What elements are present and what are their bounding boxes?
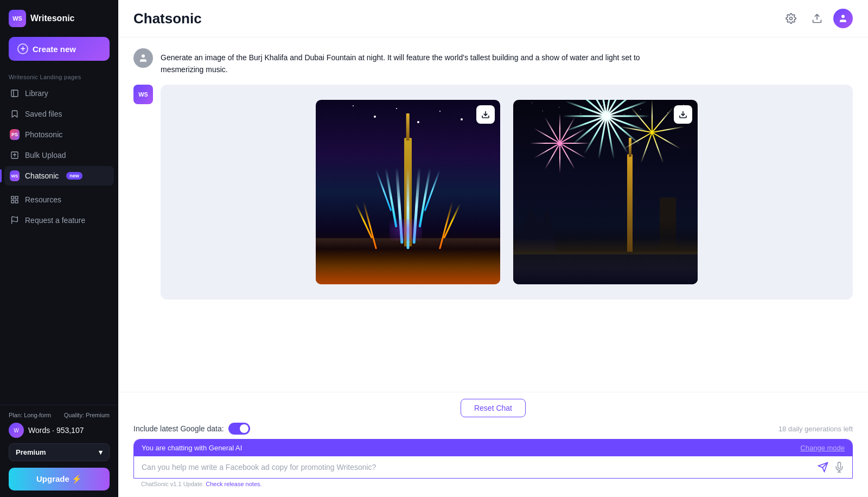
main-header: Chatsonic <box>118 0 868 37</box>
photosonic-label: Photosonic <box>25 130 62 139</box>
user-avatar-icon <box>133 48 153 68</box>
sidebar: WS Writesonic ＋ Create new Writesonic La… <box>0 0 118 497</box>
export-button[interactable] <box>807 9 827 28</box>
mic-button[interactable] <box>834 462 845 473</box>
avatar[interactable] <box>833 9 853 28</box>
reset-chat-button[interactable]: Reset Chat <box>461 399 526 417</box>
svg-point-11 <box>142 54 145 58</box>
user-avatar-icon <box>838 14 848 23</box>
chatsonic-label: Chatsonic <box>25 171 59 180</box>
settings-button[interactable] <box>781 9 801 28</box>
download-icon <box>481 110 490 119</box>
main-content: Chatsonic <box>118 0 868 497</box>
quality-label: Quality: Premium <box>64 412 110 418</box>
release-notes-link[interactable]: Check release notes. <box>206 481 261 487</box>
gear-icon <box>786 13 796 24</box>
plus-circle-icon: ＋ <box>17 43 28 54</box>
app-brand-name: Writesonic <box>30 14 75 23</box>
words-count: Words · 953,107 <box>28 426 84 435</box>
upgrade-label: Upgrade ⚡ <box>36 474 82 484</box>
resources-label: Resources <box>25 195 61 204</box>
mic-icon <box>834 462 845 473</box>
bottom-bar: Reset Chat Include latest Google data: 1… <box>118 392 868 497</box>
sidebar-item-request-feature[interactable]: Request a feature <box>4 211 114 230</box>
sidebar-section-label: Writesonic Landing pages <box>0 69 118 84</box>
user-message-row: Generate an image of the Burj Khalifa an… <box>133 48 853 76</box>
upload-icon <box>10 150 20 160</box>
grid-icon <box>10 195 20 205</box>
request-feature-label: Request a feature <box>25 216 85 225</box>
svg-rect-0 <box>11 90 18 97</box>
send-button[interactable] <box>818 462 828 473</box>
words-icon: W <box>9 423 24 438</box>
book-icon <box>10 88 20 98</box>
sidebar-nav: Library Saved files PS Photosonic Bulk U… <box>0 84 118 186</box>
plan-info: Plan: Long-form Quality: Premium <box>9 412 110 418</box>
ai-response-content <box>161 85 853 300</box>
download-image-2-button[interactable] <box>674 105 692 124</box>
sidebar-bottom: Plan: Long-form Quality: Premium W Words… <box>0 405 118 497</box>
app-logo-icon: WS <box>9 10 26 27</box>
chat-input[interactable] <box>142 463 812 471</box>
download-image-1-button[interactable] <box>476 105 495 124</box>
sidebar-item-resources[interactable]: Resources <box>4 190 114 209</box>
sidebar-item-bulk-upload[interactable]: Bulk Upload <box>4 145 114 165</box>
google-data-label: Include latest Google data: <box>133 424 224 433</box>
create-new-button[interactable]: ＋ Create new <box>9 37 110 61</box>
sidebar-item-saved-files[interactable]: Saved files <box>4 104 114 124</box>
saved-files-label: Saved files <box>25 110 62 118</box>
generations-left-text: 18 daily generations left <box>778 425 853 433</box>
export-icon <box>812 13 822 24</box>
svg-point-10 <box>841 15 845 18</box>
chatsonic-icon: WS <box>10 171 20 181</box>
sidebar-footer-nav: Resources Request a feature <box>0 186 118 230</box>
sidebar-item-chatsonic[interactable]: WS Chatsonic new <box>4 166 114 186</box>
svg-rect-6 <box>15 200 18 203</box>
premium-dropdown[interactable]: Premium ▾ <box>9 443 110 461</box>
ai-response-row: WS <box>133 85 853 300</box>
change-mode-button[interactable]: Change mode <box>800 444 845 452</box>
svg-rect-5 <box>11 200 14 203</box>
ai-response-logo: WS <box>133 85 153 104</box>
photosonic-icon: PS <box>10 130 20 139</box>
header-icons <box>781 9 853 28</box>
google-data-toggle-container: Include latest Google data: <box>133 423 250 435</box>
sidebar-item-library[interactable]: Library <box>4 84 114 103</box>
bookmark-icon <box>10 109 20 119</box>
premium-label: Premium <box>16 448 46 456</box>
google-data-row: Include latest Google data: 18 daily gen… <box>133 423 853 435</box>
upgrade-button[interactable]: Upgrade ⚡ <box>9 468 110 490</box>
chat-area: Generate an image of the Burj Khalifa an… <box>118 37 868 392</box>
chevron-down-icon: ▾ <box>99 448 103 456</box>
page-title: Chatsonic <box>133 10 202 27</box>
sidebar-logo: WS Writesonic <box>0 0 118 37</box>
generated-image-2 <box>513 100 698 284</box>
generated-image-1 <box>316 100 500 284</box>
plan-label: Plan: Long-form <box>9 412 51 418</box>
svg-rect-4 <box>15 196 18 199</box>
words-row: W Words · 953,107 <box>9 423 110 438</box>
chat-input-bar: You are chatting with General AI Change … <box>133 439 853 479</box>
svg-point-8 <box>790 17 793 20</box>
svg-rect-3 <box>11 196 14 199</box>
create-new-label: Create new <box>33 44 76 54</box>
reset-chat-row: Reset Chat <box>133 399 853 417</box>
send-icon <box>818 462 828 473</box>
generated-images-container <box>161 85 853 300</box>
google-data-toggle[interactable] <box>228 423 250 435</box>
library-label: Library <box>25 89 48 98</box>
chat-mode-text: You are chatting with General AI <box>142 444 242 452</box>
download-icon <box>679 110 687 119</box>
chat-mode-banner: You are chatting with General AI Change … <box>134 439 852 456</box>
sidebar-item-photosonic[interactable]: PS Photosonic <box>4 125 114 144</box>
user-message-text: Generate an image of the Burj Khalifa an… <box>161 48 649 76</box>
chat-input-row <box>134 456 852 478</box>
chat-footer-note: ChatSonic v1.1 Update. Check release not… <box>133 479 853 490</box>
bulk-upload-label: Bulk Upload <box>25 151 66 160</box>
new-badge: new <box>66 172 82 180</box>
flag-icon <box>10 215 20 225</box>
